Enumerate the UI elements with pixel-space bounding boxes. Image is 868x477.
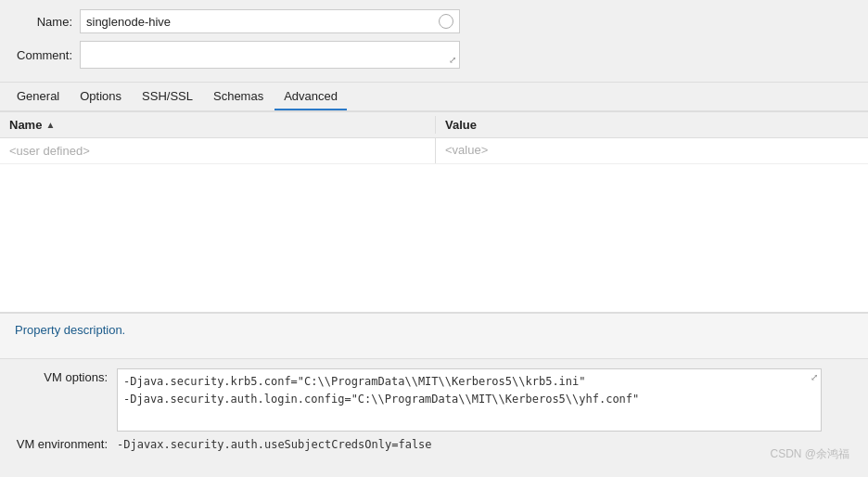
sort-arrow: ▲ <box>45 120 55 130</box>
top-section: Name: Comment: ⤢ <box>0 0 868 82</box>
tab-advanced[interactable]: Advanced <box>274 83 347 110</box>
vm-options-row: VM options: -Djava.security.krb5.conf="C… <box>15 368 853 432</box>
vm-options-input[interactable]: -Djava.security.krb5.conf="C:\\ProgramDa… <box>117 368 822 432</box>
name-input[interactable] <box>86 15 435 29</box>
tab-sshssl[interactable]: SSH/SSL <box>133 83 202 110</box>
name-label: Name: <box>15 15 80 29</box>
vm-env-label: VM environment: <box>15 435 117 451</box>
empty-table-space <box>0 164 868 313</box>
vm-expand-icon[interactable]: ⤢ <box>811 372 818 382</box>
vm-section: VM options: -Djava.security.krb5.conf="C… <box>0 359 868 451</box>
comment-row: Comment: ⤢ <box>15 41 853 69</box>
comment-label: Comment: <box>15 48 80 62</box>
main-wrapper: Name: Comment: ⤢ General Options SSH/SSL… <box>0 0 868 477</box>
col-value-header: Value <box>436 116 868 134</box>
content-area: Name ▲ Value <user defined> <value> <box>0 111 868 313</box>
comment-box[interactable]: ⤢ <box>80 41 460 69</box>
table-header: Name ▲ Value <box>0 112 868 138</box>
tab-options[interactable]: Options <box>70 83 131 110</box>
circle-icon <box>439 14 453 29</box>
expand-icon[interactable]: ⤢ <box>449 55 456 65</box>
vm-env-row: VM environment: -Djavax.security.auth.us… <box>15 435 853 451</box>
watermark: CSDN @余鸿福 <box>770 446 849 462</box>
vm-options-label: VM options: <box>15 368 117 384</box>
user-defined-value: <value> <box>436 138 868 163</box>
name-input-wrapper <box>80 9 460 33</box>
property-desc-area: Property description. <box>0 313 868 359</box>
vm-options-line-1: -Djava.security.krb5.conf="C:\\ProgramDa… <box>123 373 815 391</box>
name-row: Name: <box>15 9 853 33</box>
table-row[interactable]: <user defined> <value> <box>0 138 868 164</box>
vm-env-value: -Djavax.security.auth.useSubjectCredsOnl… <box>117 436 432 451</box>
tabs-bar: General Options SSH/SSL Schemas Advanced <box>0 82 868 111</box>
user-defined-name: <user defined> <box>0 138 436 163</box>
vm-options-line-2: -Djava.security.auth.login.config="C:\\P… <box>123 391 815 408</box>
tab-general[interactable]: General <box>7 83 69 110</box>
property-desc-text: Property description. <box>15 323 125 337</box>
col-name-header: Name ▲ <box>0 116 436 134</box>
tab-schemas[interactable]: Schemas <box>204 83 273 110</box>
